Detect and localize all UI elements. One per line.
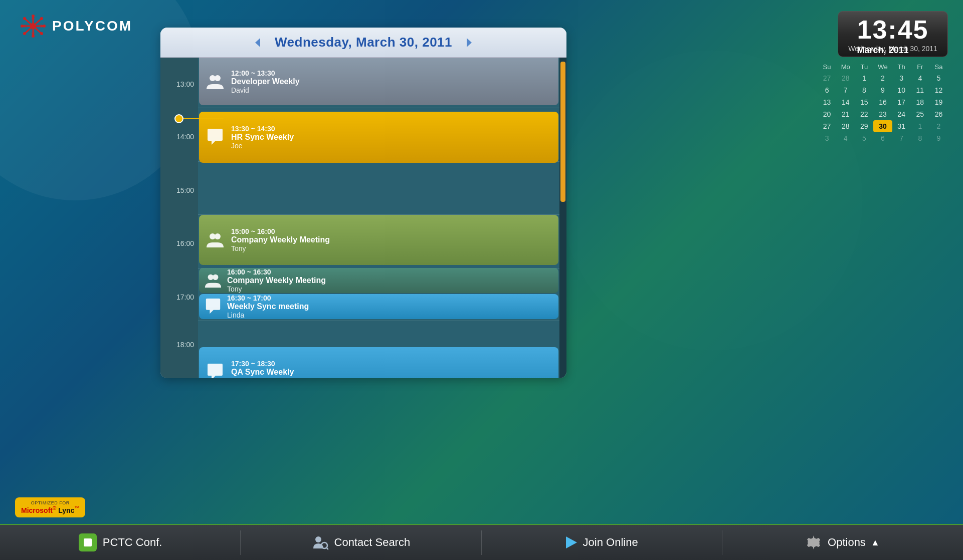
main-calendar-panel: Wednesday, March 30, 2011 13:00 14:00 15… xyxy=(160,28,566,378)
mini-cal-day[interactable]: 27 xyxy=(818,120,836,132)
mini-cal-day[interactable]: 1 xyxy=(855,72,873,84)
mini-cal-day[interactable]: 3 xyxy=(892,72,911,84)
mini-cal-day[interactable]: 19 xyxy=(929,96,948,108)
toolbar-join-online[interactable]: Join Online xyxy=(482,525,722,560)
event-title-3: Company Weekly Meeting xyxy=(231,235,553,244)
contact-icon-svg xyxy=(312,534,328,550)
mini-cal-day[interactable]: 27 xyxy=(818,72,836,84)
mini-cal-day[interactable]: 8 xyxy=(911,132,929,144)
time-1400: 14:00 xyxy=(176,133,194,141)
toolbar-pctc-conf[interactable]: PCTC Conf. xyxy=(0,525,241,560)
svg-point-14 xyxy=(40,17,43,20)
mini-cal-day[interactable]: 24 xyxy=(892,108,911,120)
expand-arrow-icon: ▲ xyxy=(871,537,880,548)
lync-badge: OPTIMIZED FOR Microsoft® Lync™ xyxy=(15,497,85,517)
toolbar-options[interactable]: Options ▲ xyxy=(722,525,963,560)
h-line-1300 xyxy=(198,108,559,108)
event-company-weekly-1[interactable]: 15:00 ~ 16:00 Company Weekly Meeting Ton… xyxy=(199,215,558,265)
svg-point-25 xyxy=(213,274,218,280)
event-icon-group-2 xyxy=(204,229,226,251)
mini-cal-day[interactable]: 11 xyxy=(911,84,929,96)
mini-cal-day[interactable]: 28 xyxy=(836,72,855,84)
schedule-body: 13:00 14:00 15:00 16:00 17:00 18:00 xyxy=(160,58,566,378)
time-dot xyxy=(174,114,183,123)
mini-cal-day[interactable]: 31 xyxy=(892,120,911,132)
mini-cal-day[interactable]: 21 xyxy=(836,108,855,120)
mini-cal-day[interactable]: 2 xyxy=(873,72,892,84)
lync-optimized-text: OPTIMIZED FOR xyxy=(31,500,70,505)
svg-rect-26 xyxy=(84,538,92,546)
event-icon-group-3 xyxy=(204,271,222,290)
event-title-2: HR Sync Weekly xyxy=(231,133,553,142)
event-hr-sync[interactable]: 13:30 ~ 14:30 HR Sync Weekly Joe xyxy=(199,112,558,163)
mini-cal-day[interactable]: 4 xyxy=(911,72,929,84)
mini-cal-day[interactable]: 6 xyxy=(873,132,892,144)
mini-cal-day[interactable]: 23 xyxy=(873,108,892,120)
mini-cal-day[interactable]: 10 xyxy=(892,84,911,96)
mini-cal-day[interactable]: 25 xyxy=(911,108,929,120)
mini-cal-day[interactable]: 9 xyxy=(873,84,892,96)
mini-cal-day[interactable]: 13 xyxy=(818,96,836,108)
contact-search-icon xyxy=(312,534,328,550)
event-person-2: Joe xyxy=(231,142,553,150)
event-time-4: 16:00 ~ 16:30 xyxy=(227,268,553,276)
gear-icon xyxy=(806,534,822,550)
weekday-mo: Mo xyxy=(836,62,855,72)
mini-cal-day[interactable]: 5 xyxy=(855,132,873,144)
mini-cal-day[interactable]: 29 xyxy=(855,120,873,132)
event-info-5: 16:30 ~ 17:00 Weekly Sync meeting Linda xyxy=(227,294,553,319)
mini-cal-day[interactable]: 20 xyxy=(818,108,836,120)
logo-text: POLYCOM xyxy=(52,18,132,34)
weekday-th: Th xyxy=(892,62,911,72)
svg-point-12 xyxy=(43,25,46,28)
event-person-3: Tony xyxy=(231,244,553,252)
mini-cal-day[interactable]: 18 xyxy=(911,96,929,108)
prev-day-button[interactable] xyxy=(251,36,265,50)
options-label: Options xyxy=(828,536,866,549)
event-qa-sync[interactable]: 17:30 ~ 18:30 QA Sync Weekly Anny xyxy=(199,347,558,378)
event-icon-group-1 xyxy=(204,71,226,93)
play-icon xyxy=(566,536,577,548)
mini-cal-day[interactable]: 8 xyxy=(855,84,873,96)
mini-cal-day[interactable]: 2 xyxy=(929,120,948,132)
weekday-su: Su xyxy=(818,62,836,72)
mini-cal-day[interactable]: 17 xyxy=(892,96,911,108)
scrollbar[interactable] xyxy=(559,58,566,378)
mini-cal-day[interactable]: 12 xyxy=(929,84,948,96)
mini-cal-day[interactable]: 6 xyxy=(818,84,836,96)
mini-cal-day[interactable]: 7 xyxy=(836,84,855,96)
mini-cal-day[interactable]: 7 xyxy=(892,132,911,144)
next-day-button[interactable] xyxy=(462,36,476,50)
mini-cal-day[interactable]: 14 xyxy=(836,96,855,108)
mini-cal-day[interactable]: 30 xyxy=(873,120,892,132)
event-info-2: 13:30 ~ 14:30 HR Sync Weekly Joe xyxy=(231,125,553,150)
mini-cal-day[interactable]: 16 xyxy=(873,96,892,108)
mini-cal-day[interactable]: 4 xyxy=(836,132,855,144)
polycom-logo-icon xyxy=(20,14,46,38)
mini-cal-day[interactable]: 1 xyxy=(911,120,929,132)
event-title-6: QA Sync Weekly xyxy=(231,368,553,377)
mini-cal-day[interactable]: 26 xyxy=(929,108,948,120)
event-person-1: David xyxy=(231,86,553,94)
time-1500: 15:00 xyxy=(176,186,194,194)
clock-time: 13:45 xyxy=(847,17,938,43)
svg-point-16 xyxy=(40,32,43,35)
svg-line-29 xyxy=(326,548,328,550)
weekday-we: We xyxy=(873,62,892,72)
mini-cal-day[interactable]: 5 xyxy=(929,72,948,84)
event-time-3: 15:00 ~ 16:00 xyxy=(231,227,553,235)
event-time-2: 13:30 ~ 14:30 xyxy=(231,125,553,133)
event-weekly-sync[interactable]: 16:30 ~ 17:00 Weekly Sync meeting Linda xyxy=(199,294,558,319)
event-company-weekly-2[interactable]: 16:00 ~ 16:30 Company Weekly Meeting Ton… xyxy=(199,268,558,293)
event-info-3: 15:00 ~ 16:00 Company Weekly Meeting Ton… xyxy=(231,227,553,252)
events-column: 12:00 ~ 13:30 Developer Weekly David 13:… xyxy=(198,58,559,378)
event-time-6: 17:30 ~ 18:30 xyxy=(231,360,553,368)
mini-cal-day[interactable]: 15 xyxy=(855,96,873,108)
toolbar-contact-search[interactable]: Contact Search xyxy=(241,525,481,560)
mini-cal-day[interactable]: 22 xyxy=(855,108,873,120)
mini-cal-day[interactable]: 3 xyxy=(818,132,836,144)
event-developer-weekly[interactable]: 12:00 ~ 13:30 Developer Weekly David xyxy=(199,58,558,105)
scrollbar-thumb[interactable] xyxy=(560,62,565,202)
mini-cal-day[interactable]: 28 xyxy=(836,120,855,132)
mini-cal-day[interactable]: 9 xyxy=(929,132,948,144)
